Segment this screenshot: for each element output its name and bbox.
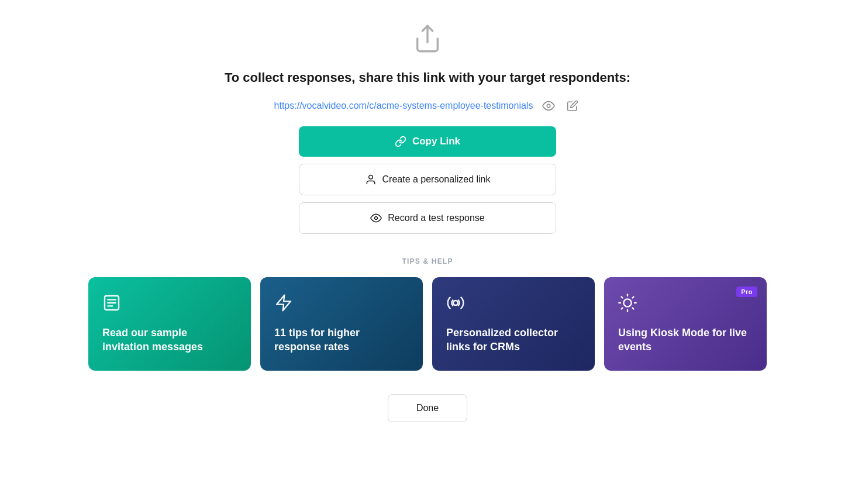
personalized-link-label: Create a personalized link — [382, 174, 491, 185]
kiosk-icon — [618, 294, 753, 316]
collector-title: Personalized collector links for CRMs — [446, 326, 581, 354]
collector-icon — [446, 294, 581, 316]
tips-cards-row: Read our sample invitation messages 11 t… — [88, 277, 767, 371]
tips-title: 11 tips for higher response rates — [274, 326, 409, 354]
svg-point-1 — [547, 104, 551, 108]
main-heading: To collect responses, share this link wi… — [225, 70, 630, 85]
share-icon — [412, 23, 443, 70]
kiosk-title: Using Kiosk Mode for live events — [618, 326, 753, 354]
svg-line-17 — [622, 308, 623, 309]
copy-link-label: Copy Link — [412, 136, 460, 147]
pencil-icon — [567, 100, 578, 112]
test-response-label: Record a test response — [388, 213, 484, 223]
link-icon — [395, 136, 406, 147]
svg-line-13 — [622, 297, 623, 298]
invitation-title: Read our sample invitation messages — [102, 326, 237, 354]
svg-line-18 — [632, 297, 633, 298]
tip-card-kiosk[interactable]: Pro Using Kiosk Mode for live events — [604, 277, 767, 371]
tip-card-collector[interactable]: Personalized collector links for CRMs — [432, 277, 595, 371]
tip-card-invitation[interactable]: Read our sample invitation messages — [88, 277, 251, 371]
preview-link-button[interactable] — [540, 97, 557, 115]
copy-link-button[interactable]: Copy Link — [299, 126, 556, 157]
edit-link-button[interactable] — [564, 98, 581, 114]
svg-marker-8 — [277, 295, 291, 311]
test-response-button[interactable]: Record a test response — [299, 202, 556, 234]
person-icon — [365, 174, 377, 185]
tips-icon — [274, 294, 409, 316]
link-row: https://vocalvideo.com/c/acme-systems-em… — [274, 97, 581, 115]
svg-point-10 — [623, 299, 631, 306]
svg-line-14 — [632, 308, 633, 309]
done-button[interactable]: Done — [388, 394, 467, 422]
tip-card-tips[interactable]: 11 tips for higher response rates — [260, 277, 423, 371]
survey-link[interactable]: https://vocalvideo.com/c/acme-systems-em… — [274, 101, 533, 111]
invitation-icon — [102, 294, 237, 316]
record-eye-icon — [370, 212, 382, 224]
svg-point-2 — [368, 175, 373, 179]
eye-icon — [542, 99, 555, 112]
personalized-link-button[interactable]: Create a personalized link — [299, 164, 556, 195]
tips-label: TIPS & HELP — [402, 257, 453, 265]
action-buttons: Copy Link Create a personalized link Rec… — [299, 126, 556, 234]
svg-point-9 — [453, 301, 458, 305]
svg-point-3 — [375, 217, 378, 220]
